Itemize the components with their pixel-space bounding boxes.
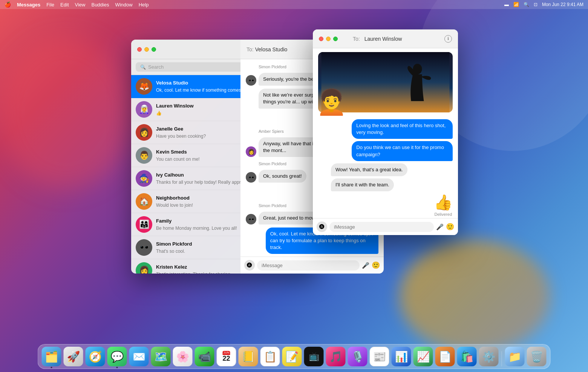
conv-preview-family: Be home Monday morning. Love you all! [156, 226, 237, 231]
dock-systemprefs[interactable]: ⚙️ [479, 347, 499, 366]
thumbs-up-emoji: 👍 [434, 194, 453, 211]
reminders-icon: 📋 [263, 350, 277, 363]
info-button-front[interactable]: ℹ [444, 35, 452, 43]
dock-podcasts[interactable]: 🎙️ [348, 347, 368, 366]
minimize-button[interactable] [144, 47, 149, 52]
msg-row-thumbs: 👍 [434, 194, 453, 211]
avatar-simon-chat: 🕶️ [246, 75, 256, 86]
menu-window[interactable]: Window [115, 2, 132, 8]
dock-contacts[interactable]: 📒 [239, 347, 258, 366]
minimize-button-front[interactable] [326, 37, 331, 41]
memoji-button-back[interactable]: 🅐 [244, 260, 255, 271]
dock-finder[interactable]: 🗂️ [42, 347, 61, 366]
bubble-front-2: Do you think we can use it for the promo… [352, 141, 453, 161]
conv-preview-simon: That's so cool. [156, 249, 185, 254]
maximize-button[interactable] [152, 47, 156, 52]
traffic-lights [137, 47, 156, 52]
music-icon: 🎵 [329, 350, 342, 363]
dock-notes[interactable]: 📝 [282, 347, 302, 366]
avatar-velosa: 🦊 [136, 78, 152, 95]
msg-row-front-2: Do you think we can use it for the promo… [318, 141, 453, 161]
dock-photos[interactable]: 🌸 [173, 347, 193, 366]
dock-tv[interactable]: 📺 [304, 347, 324, 366]
dock-facetime[interactable]: 📹 [195, 347, 214, 366]
dock-numbers[interactable]: 📈 [413, 347, 433, 366]
avatar-amber-chat: 👩 [246, 146, 256, 157]
dock-news[interactable]: 📰 [370, 347, 389, 366]
maximize-button-front[interactable] [333, 37, 338, 41]
safari-icon: 🧭 [89, 350, 102, 363]
tv-icon: 📺 [309, 352, 319, 361]
menubar-left: 🍎 Messages File Edit View Buddies Window… [5, 2, 149, 8]
menu-buddies[interactable]: Buddies [91, 2, 109, 8]
close-button-front[interactable] [319, 37, 323, 41]
menu-edit[interactable]: Edit [60, 2, 69, 8]
contacts-icon: 📒 [242, 350, 255, 363]
emoji-button-back[interactable]: 🙂 [372, 261, 380, 269]
close-button[interactable] [137, 47, 142, 52]
conv-preview-lauren: 👍 [156, 111, 162, 116]
memoji-button-front[interactable]: 🅐 [317, 221, 327, 232]
dock-maps[interactable]: 🗺️ [151, 347, 171, 366]
dock-calendar[interactable]: JUN 22 [217, 347, 236, 366]
conv-name-family: Family [156, 218, 172, 224]
front-titlebar: To: Lauren Winslow ℹ [313, 29, 458, 48]
messages-window-lauren: To: Lauren Winslow ℹ [313, 29, 458, 235]
apple-logo[interactable]: 🍎 [5, 2, 11, 8]
menu-view[interactable]: View [75, 2, 86, 8]
dock-appstore[interactable]: 🛍️ [457, 347, 477, 366]
chat-recipient-velosa: Velosa Studio [255, 46, 288, 52]
messages-dot [116, 367, 118, 368]
menu-file[interactable]: File [46, 2, 54, 8]
dock-messages[interactable]: 💬 [107, 347, 127, 366]
dock-music[interactable]: 🎵 [326, 347, 346, 366]
avatar-janelle: 👩 [136, 124, 152, 141]
menu-help[interactable]: Help [139, 2, 149, 8]
hero-image-container: 🧑‍🦱 [318, 52, 453, 112]
menu-messages[interactable]: Messages [17, 2, 40, 8]
dock-files[interactable]: 📁 [505, 347, 525, 366]
avatar-simon: 🕶️ [136, 239, 152, 256]
calendar-display: JUN 22 [222, 351, 230, 363]
dock-launchpad[interactable]: 🚀 [64, 347, 83, 366]
conv-preview-kevin: You can count on me! [156, 157, 200, 162]
avatar-neighborhood: 🏠 [136, 193, 152, 210]
avatar-simon-chat3: 🕶️ [246, 214, 256, 224]
to-label-back: To: [247, 46, 254, 52]
conv-name-velosa: Velosa Studio [156, 80, 188, 86]
facetime-icon: 📹 [198, 350, 211, 363]
avatar-simon-chat2: 🕶️ [246, 172, 256, 183]
search-menubar[interactable]: 🔍 [524, 2, 529, 7]
conv-preview-neighborhood: Would love to join! [156, 203, 193, 208]
search-placeholder: Search [148, 64, 164, 70]
bg-decoration-bottom-right [400, 240, 550, 353]
traffic-lights-front [319, 37, 338, 41]
dock-safari[interactable]: 🧭 [86, 347, 105, 366]
to-label-front: To: [353, 36, 360, 42]
dock-keynote[interactable]: 📊 [392, 347, 411, 366]
datetime-display: Mon Jun 22 9:41 AM [542, 2, 583, 7]
wifi-indicator: 📶 [513, 2, 519, 7]
dock-mail[interactable]: ✉️ [129, 347, 149, 366]
conv-preview-janelle: Have you been cooking? [156, 134, 206, 139]
avatar-lauren: 🧝‍♀️ [136, 101, 152, 118]
conv-preview-velosa: Ok, cool. Let me know if something comes… [156, 88, 255, 93]
dock-pages[interactable]: 📄 [435, 347, 455, 366]
msg-row-front-4: I'll share it with the team. [318, 178, 453, 191]
search-icon: 🔍 [140, 65, 146, 70]
news-icon: 📰 [373, 350, 386, 363]
dock-reminders[interactable]: 📋 [260, 347, 280, 366]
conv-name-neighborhood: Neighborhood [156, 195, 190, 201]
conv-name-simon: Simon Pickford [156, 241, 192, 247]
dock-trash[interactable]: 🗑️ [527, 347, 547, 366]
emoji-button-front[interactable]: 🙂 [446, 223, 454, 231]
avatar-kevin: 👨 [136, 147, 152, 164]
control-center[interactable]: ⊡ [534, 2, 537, 7]
message-input-back[interactable] [257, 260, 360, 271]
conv-name-ivy: Ivy Calhoun [156, 172, 184, 178]
audio-button-front[interactable]: 🎤 [436, 223, 444, 231]
audio-button-back[interactable]: 🎤 [362, 262, 369, 269]
notes-icon: 📝 [285, 350, 299, 363]
keynote-icon: 📊 [395, 350, 408, 363]
message-input-front[interactable] [329, 222, 434, 232]
